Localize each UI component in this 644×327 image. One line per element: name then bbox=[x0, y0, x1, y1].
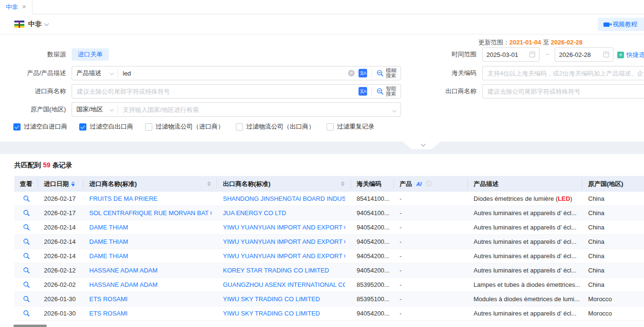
tab-zhongfei[interactable]: 中非 ✕ bbox=[0, 0, 32, 14]
import-date-cell: 2026-02-02 bbox=[38, 281, 84, 288]
quick-select-label: 快捷选择 bbox=[626, 51, 644, 59]
importer-link[interactable]: HASSANE ADAM ADAM bbox=[89, 281, 158, 288]
view-detail-icon[interactable] bbox=[23, 224, 30, 231]
smart-search-label: 智能搜索 bbox=[386, 86, 396, 97]
view-cell[interactable] bbox=[14, 310, 38, 317]
checkbox-label: 过滤物流公司（进口商） bbox=[156, 122, 224, 131]
clear-icon[interactable]: ✕ bbox=[348, 70, 355, 76]
col-importer[interactable]: 进口商名称(标准) bbox=[84, 179, 217, 189]
fuzzy-search-button[interactable]: 模糊搜索 bbox=[376, 68, 401, 78]
description-cell: Autres luminaires et appareils d’ écl... bbox=[468, 224, 582, 231]
translate-icon[interactable]: 文A bbox=[359, 87, 367, 96]
view-detail-icon[interactable] bbox=[23, 295, 30, 303]
filter-checkbox[interactable]: 过滤空白出口商 bbox=[79, 122, 133, 131]
importer-link[interactable]: DAME THIAM bbox=[89, 252, 128, 260]
date-to-input[interactable]: 2026-02-28 bbox=[555, 47, 613, 62]
checkbox-icon[interactable] bbox=[79, 123, 86, 131]
importer-link[interactable]: SOL CENTRAFRIQUE RUE MORVAN BAT OF... bbox=[89, 209, 211, 217]
importer-link[interactable]: ETS ROSAMI bbox=[89, 310, 127, 317]
product-cell: - bbox=[394, 195, 468, 202]
sort-icon[interactable] bbox=[341, 181, 345, 186]
checkbox-icon[interactable] bbox=[13, 123, 21, 131]
view-cell[interactable] bbox=[14, 195, 38, 202]
filter-checkbox[interactable]: 过滤空白进口商 bbox=[13, 122, 67, 131]
page-header: 中非 视频教程 bbox=[0, 14, 644, 34]
smart-search-button[interactable]: 智能搜索 bbox=[376, 86, 401, 97]
filter-checkbox[interactable]: 过滤重复记录 bbox=[327, 122, 374, 131]
update-range: 更新范围：2021-01-04 至 2026-02-28 bbox=[478, 38, 582, 47]
view-detail-icon[interactable] bbox=[23, 281, 30, 288]
filter-checkbox-row: 过滤空白进口商 过滤空白出口商 过滤物流公司（进口商） 过滤物流公司（出口商） … bbox=[13, 122, 374, 131]
origin-cell: China bbox=[582, 281, 644, 288]
checkbox-icon[interactable] bbox=[327, 123, 334, 131]
origin-select-value: 国家/地区 bbox=[76, 105, 103, 114]
chevron-down-icon[interactable] bbox=[393, 106, 401, 113]
exporter-link[interactable]: GUANGZHOU ASENX INTERNATIONAL CO ... bbox=[223, 281, 345, 288]
horizontal-scrollbar-thumb[interactable] bbox=[13, 325, 47, 327]
sort-icon[interactable] bbox=[207, 181, 211, 186]
importer-link[interactable]: ETS ROSAMI bbox=[89, 295, 127, 303]
info-icon[interactable]: ⓘ bbox=[426, 180, 432, 188]
product-cell: - bbox=[394, 310, 468, 317]
product-search-input[interactable] bbox=[118, 70, 348, 77]
exporter-link[interactable]: YIWU YUANYUAN IMPORT AND EXPORT C... bbox=[223, 252, 345, 260]
importer-link[interactable]: FRUITS DE MA PRIERE bbox=[89, 195, 158, 202]
translate-icon[interactable]: 文A bbox=[359, 69, 367, 77]
origin-cell: China bbox=[582, 195, 644, 202]
view-detail-icon[interactable] bbox=[23, 252, 30, 260]
exporter-link[interactable]: SHANDONG JINSHENGTAI BOARD INDUST... bbox=[223, 195, 345, 202]
hs-code-label: 海关编码 bbox=[424, 66, 476, 80]
col-exporter[interactable]: 出口商名称(标准) bbox=[217, 179, 351, 189]
collapse-panel-button[interactable] bbox=[402, 142, 441, 149]
exporter-link[interactable]: YIWU YUANYUAN IMPORT AND EXPORT C... bbox=[223, 238, 345, 245]
hs-code-input[interactable] bbox=[483, 70, 644, 77]
search-icon bbox=[376, 69, 384, 77]
importer-link[interactable]: DAME THIAM bbox=[89, 238, 128, 245]
quick-select-button[interactable]: ✳ 快捷选择 bbox=[617, 51, 644, 59]
checkbox-icon[interactable] bbox=[145, 123, 152, 131]
tab-close-icon[interactable]: ✕ bbox=[22, 4, 26, 10]
view-cell[interactable] bbox=[14, 295, 38, 303]
importer-input[interactable] bbox=[72, 88, 359, 95]
exporter-link[interactable]: KOREY STAR TRADING CO LIMITED bbox=[223, 267, 329, 274]
col-import-date[interactable]: 进口日期 bbox=[38, 179, 84, 189]
video-tutorial-button[interactable]: 视频教程 bbox=[598, 18, 644, 31]
import-date-cell: 2026-02-14 bbox=[38, 238, 84, 245]
importer-search-group: 文A 智能搜索 bbox=[72, 84, 401, 98]
view-cell[interactable] bbox=[14, 252, 38, 260]
exporter-link[interactable]: YIWU YUANYUAN IMPORT AND EXPORT C... bbox=[223, 224, 345, 231]
date-from-input[interactable]: 2025-03-01 bbox=[482, 47, 539, 62]
chevron-down-icon bbox=[110, 108, 114, 111]
product-field-select[interactable]: 产品描述 bbox=[72, 69, 118, 77]
sort-icon[interactable] bbox=[71, 181, 75, 186]
exporter-box bbox=[482, 84, 644, 98]
exporter-link[interactable]: YIWU SKY TRADING CO LIMITED bbox=[223, 295, 320, 303]
view-cell[interactable] bbox=[14, 224, 38, 231]
origin-cell: China bbox=[582, 252, 644, 260]
product-search-group: 产品描述 ✕ 文A 模糊搜索 bbox=[72, 66, 401, 80]
view-detail-icon[interactable] bbox=[23, 310, 30, 317]
exporter-link[interactable]: YIWU SKY TRADING CO LIMITED bbox=[223, 310, 320, 317]
view-cell[interactable] bbox=[14, 267, 38, 274]
filter-checkbox[interactable]: 过滤物流公司（出口商） bbox=[236, 122, 315, 131]
filter-checkbox[interactable]: 过滤物流公司（进口商） bbox=[145, 122, 224, 131]
view-detail-icon[interactable] bbox=[23, 238, 30, 245]
update-range-from: 2021-01-04 bbox=[509, 39, 541, 46]
origin-type-select[interactable]: 国家/地区 bbox=[72, 105, 118, 114]
checkbox-icon[interactable] bbox=[236, 123, 243, 131]
fuzzy-search-label: 模糊搜索 bbox=[386, 68, 396, 78]
exporter-link[interactable]: JUA ENERGY CO LTD bbox=[223, 209, 286, 217]
chevron-down-icon[interactable] bbox=[44, 21, 49, 26]
datasource-import-declaration-button[interactable]: 进口关单 bbox=[72, 48, 109, 61]
country-name[interactable]: 中非 bbox=[28, 20, 42, 29]
view-detail-icon[interactable] bbox=[23, 209, 30, 217]
view-detail-icon[interactable] bbox=[23, 267, 30, 274]
origin-input[interactable] bbox=[118, 106, 393, 113]
importer-link[interactable]: DAME THIAM bbox=[89, 224, 128, 231]
view-cell[interactable] bbox=[14, 281, 38, 288]
importer-link[interactable]: HASSANE ADAM ADAM bbox=[89, 267, 158, 274]
exporter-input[interactable] bbox=[483, 88, 644, 95]
view-cell[interactable] bbox=[14, 209, 38, 217]
view-detail-icon[interactable] bbox=[23, 195, 30, 202]
view-cell[interactable] bbox=[14, 238, 38, 245]
